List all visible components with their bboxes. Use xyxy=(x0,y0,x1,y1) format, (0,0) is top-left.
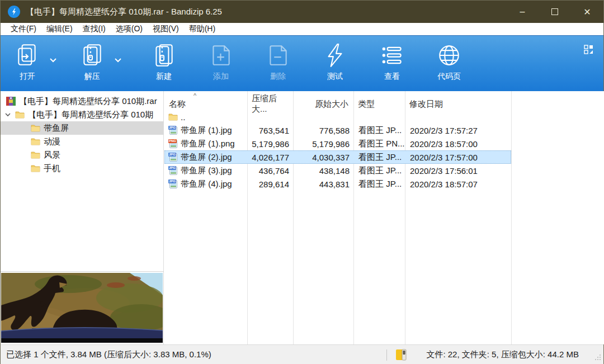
tree-item-root[interactable]: 【电手】每周精选壁纸分享 010期 xyxy=(1,108,163,121)
chevron-down-icon xyxy=(115,58,121,63)
resize-grip[interactable] xyxy=(594,353,601,362)
tree-folder-label: 手机 xyxy=(44,163,60,174)
file-type: 看图王 JP... xyxy=(354,166,405,176)
column-modified-label: 修改日期 xyxy=(409,99,443,110)
codepage-button[interactable]: 代码页 xyxy=(428,39,470,91)
file-original-size: 4,030,337 xyxy=(294,153,354,162)
table-row[interactable]: PNG 带鱼屏 (1).png 5,179,986 5,179,986 看图王 … xyxy=(164,137,511,150)
file-list: 名称 ^ 压缩后大... 原始大小 类型 修改日期 .. xyxy=(164,91,604,344)
statusbar: 已选择 1 个文件, 3.84 MB (压缩后大小: 3.83 MB, 0.1%… xyxy=(1,344,603,364)
view-button[interactable]: 查看 xyxy=(374,39,410,91)
codepage-label: 代码页 xyxy=(437,72,461,82)
png-file-icon: PNG xyxy=(168,139,178,149)
file-name: 带鱼屏 (4).jpg xyxy=(181,179,232,190)
tree-folder-label: 动漫 xyxy=(44,136,60,147)
view-label: 查看 xyxy=(384,72,400,82)
tree-expander-icon[interactable] xyxy=(1,113,15,117)
menu-file[interactable]: 文件(F) xyxy=(6,23,41,35)
table-row[interactable]: JPG 带鱼屏 (4).jpg 289,614 443,831 看图王 JP..… xyxy=(164,177,511,191)
open-button[interactable]: 打开 xyxy=(10,39,45,91)
folder-tree: 【电手】每周精选壁纸分享 010期.rar 【电手】每周精选壁纸分享 010期 xyxy=(1,94,163,175)
preview-splitter[interactable] xyxy=(1,271,164,272)
test-lightning-icon xyxy=(322,42,348,68)
menu-edit[interactable]: 编辑(E) xyxy=(41,23,78,35)
file-original-size: 438,148 xyxy=(294,166,354,176)
file-type: 看图王 PN... xyxy=(354,139,405,149)
menu-view[interactable]: 视图(V) xyxy=(148,23,184,35)
new-archive-button[interactable]: 新建 xyxy=(146,39,182,91)
layout-grid-icon xyxy=(584,45,593,54)
file-modified: 2020/2/3 17:57:00 xyxy=(405,153,512,162)
file-modified: 2020/2/3 17:57:27 xyxy=(405,126,512,135)
sidebar: 【电手】每周精选壁纸分享 010期.rar 【电手】每周精选壁纸分享 010期 xyxy=(1,91,164,344)
tree-item-folder-0[interactable]: 带鱼屏 xyxy=(1,121,163,135)
folder-icon xyxy=(31,151,40,159)
layout-toggle-button[interactable] xyxy=(584,45,593,56)
file-compressed-size: 4,026,177 xyxy=(248,153,294,162)
table-row-up[interactable]: .. xyxy=(164,110,511,124)
codepage-globe-icon xyxy=(436,42,462,68)
file-compressed-size: 763,541 xyxy=(248,126,294,135)
window-title: 【电手】每周精选壁纸分享 010期.rar - Bandizip 6.25 xyxy=(26,7,222,17)
folder-icon xyxy=(168,113,178,121)
delete-file-icon xyxy=(265,42,291,68)
bandizip-window: 【电手】每周精选壁纸分享 010期.rar - Bandizip 6.25 – … xyxy=(0,0,604,364)
menu-find[interactable]: 查找(I) xyxy=(78,23,111,35)
folder-icon xyxy=(31,124,40,132)
tree-item-folder-2[interactable]: 风景 xyxy=(1,148,163,162)
minimize-button[interactable]: – xyxy=(506,1,539,23)
add-file-icon xyxy=(208,42,234,68)
up-dir-label: .. xyxy=(181,112,185,122)
folder-icon xyxy=(31,164,40,172)
list-header: 名称 ^ 压缩后大... 原始大小 类型 修改日期 xyxy=(164,93,604,109)
file-modified: 2020/2/3 18:57:07 xyxy=(405,179,512,189)
table-row[interactable]: JPG 带鱼屏 (1).jpg 763,541 776,588 看图王 JP..… xyxy=(164,124,511,137)
tree-item-folder-1[interactable]: 动漫 xyxy=(1,135,163,148)
selection-status: 已选择 1 个文件, 3.84 MB (压缩后大小: 3.83 MB, 0.1%… xyxy=(6,345,211,364)
file-type: 看图王 JP... xyxy=(354,125,405,136)
test-button[interactable]: 测试 xyxy=(317,39,353,91)
table-row-selected[interactable]: JPG 带鱼屏 (2).jpg 4,026,177 4,030,337 看图王 … xyxy=(164,150,511,164)
new-label: 新建 xyxy=(156,72,172,82)
tree-folder-label: 带鱼屏 xyxy=(44,123,69,134)
folder-icon xyxy=(15,111,25,119)
open-dropdown-button[interactable] xyxy=(45,44,61,77)
jpg-file-icon: JPG xyxy=(168,166,178,176)
file-original-size: 5,179,986 xyxy=(294,139,354,149)
delete-button: 删除 xyxy=(260,39,296,91)
open-label: 打开 xyxy=(20,72,35,82)
maximize-button[interactable] xyxy=(539,1,571,23)
file-modified: 2020/2/3 17:56:01 xyxy=(405,166,512,176)
add-button: 添加 xyxy=(203,39,239,91)
file-compressed-size: 289,614 xyxy=(248,179,294,189)
close-button[interactable]: ✕ xyxy=(571,1,603,23)
table-row[interactable]: JPG 带鱼屏 (3).jpg 436,764 438,148 看图王 JP..… xyxy=(164,164,511,177)
tree-item-archive[interactable]: 【电手】每周精选壁纸分享 010期.rar xyxy=(1,94,163,108)
archive-folder-icon xyxy=(395,349,408,362)
view-list-icon xyxy=(379,42,405,68)
tree-item-folder-3[interactable]: 手机 xyxy=(1,162,163,175)
archive-summary: 文件: 22, 文件夹: 5, 压缩包大小: 44.2 MB xyxy=(426,345,579,364)
add-label: 添加 xyxy=(213,72,229,82)
statusbar-divider xyxy=(386,349,387,361)
file-original-size: 443,831 xyxy=(294,179,354,189)
rar-archive-icon xyxy=(6,97,16,106)
maximize-icon xyxy=(551,8,558,15)
menu-help[interactable]: 帮助(H) xyxy=(184,23,220,35)
extract-button[interactable]: 解压 xyxy=(74,39,110,91)
jpg-file-icon: JPG xyxy=(168,179,178,189)
file-modified: 2020/2/3 18:57:00 xyxy=(405,139,512,149)
extract-dropdown-button[interactable] xyxy=(110,44,126,77)
chevron-down-icon xyxy=(50,58,56,63)
sort-ascending-icon: ^ xyxy=(194,92,196,99)
column-name-label: 名称 xyxy=(169,99,186,110)
folder-icon xyxy=(31,138,40,145)
file-name: 带鱼屏 (1).jpg xyxy=(181,125,232,136)
file-name: 带鱼屏 (2).jpg xyxy=(181,152,232,163)
jpg-file-icon: JPG xyxy=(168,126,178,135)
column-original-label: 原始大小 xyxy=(315,99,348,110)
menu-options[interactable]: 选项(O) xyxy=(111,23,148,35)
new-archive-icon xyxy=(151,42,177,68)
main-content: 【电手】每周精选壁纸分享 010期.rar 【电手】每周精选壁纸分享 010期 xyxy=(1,91,604,344)
menubar: 文件(F) 编辑(E) 查找(I) 选项(O) 视图(V) 帮助(H) xyxy=(1,23,603,35)
